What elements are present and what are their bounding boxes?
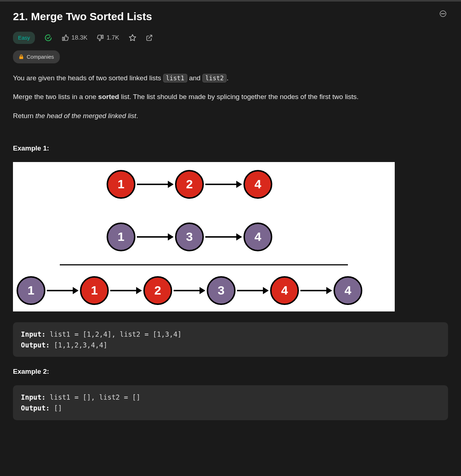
svg-point-3 <box>444 13 445 14</box>
node: 2 <box>143 276 172 305</box>
node: 3 <box>207 276 236 305</box>
share-icon <box>146 34 153 41</box>
diagram-list2: 1 3 4 <box>13 220 395 254</box>
example2-io: Input: list1 = [], list2 = [] Output: [] <box>13 385 448 420</box>
node: 4 <box>243 170 272 199</box>
companies-tag[interactable]: Companies <box>13 50 60 63</box>
diagram-merged: 112344 <box>13 273 395 308</box>
diagram-divider <box>60 264 348 265</box>
example1-diagram: 1 2 4 1 3 4 112344 <box>13 162 395 311</box>
arrow-icon <box>174 290 205 291</box>
node: 1 <box>80 276 109 305</box>
node: 1 <box>107 170 135 199</box>
svg-point-2 <box>443 13 443 14</box>
difficulty-badge: Easy <box>13 32 35 44</box>
code-list2: list2 <box>202 74 227 82</box>
node: 3 <box>175 223 204 251</box>
likes-count: 18.3K <box>71 33 87 42</box>
share-button[interactable] <box>146 34 153 41</box>
example1-heading: Example 1: <box>13 143 448 154</box>
arrow-icon <box>205 236 241 238</box>
arrow-icon <box>300 290 331 291</box>
favorite-button[interactable] <box>129 34 136 42</box>
tag-row: Companies <box>13 50 448 63</box>
problem-description: You are given the heads of two sorted li… <box>13 73 448 121</box>
node: 1 <box>107 223 135 251</box>
companies-label: Companies <box>27 53 54 61</box>
lock-icon <box>19 54 24 59</box>
problem-container: 21. Merge Two Sorted Lists Easy 18.3K 1.… <box>0 1 461 444</box>
problem-title: 21. Merge Two Sorted Lists <box>13 8 448 25</box>
arrow-icon <box>137 184 173 185</box>
svg-point-1 <box>442 13 442 14</box>
ellipsis-icon <box>439 10 447 18</box>
thumbs-down-icon <box>97 34 104 41</box>
more-options-button[interactable] <box>438 9 448 19</box>
node: 4 <box>334 276 362 305</box>
node: 1 <box>17 276 45 305</box>
node: 2 <box>175 170 204 199</box>
example1-io: Input: list1 = [1,2,4], list2 = [1,3,4] … <box>13 322 448 357</box>
arrow-icon <box>47 290 78 291</box>
example2-heading: Example 2: <box>13 366 448 377</box>
code-list1: list1 <box>163 74 187 82</box>
diagram-list1: 1 2 4 <box>13 167 395 202</box>
arrow-icon <box>110 290 141 291</box>
description-p1: You are given the heads of two sorted li… <box>13 73 448 84</box>
description-p2: Merge the two lists in a one sorted list… <box>13 91 448 102</box>
meta-row: Easy 18.3K 1.7K <box>13 32 448 44</box>
dislikes-button[interactable]: 1.7K <box>97 33 119 42</box>
thumbs-up-icon <box>62 34 69 41</box>
star-icon <box>129 34 136 42</box>
likes-button[interactable]: 18.3K <box>62 33 87 42</box>
arrow-icon <box>205 184 241 185</box>
description-p3: Return the head of the merged linked lis… <box>13 111 448 121</box>
solved-icon <box>44 34 52 42</box>
arrow-icon <box>237 290 268 291</box>
node: 4 <box>270 276 299 305</box>
arrow-icon <box>137 236 173 238</box>
node: 4 <box>243 223 272 251</box>
dislikes-count: 1.7K <box>107 33 119 42</box>
